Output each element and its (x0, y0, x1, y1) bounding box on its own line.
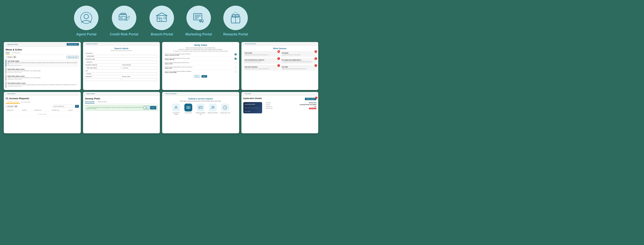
workq-item-fail-bureau[interactable]: 3 Fail Credit Bureau Variance Applicatio… (243, 58, 279, 64)
service-change-status-circle (221, 104, 229, 112)
portal-credit-risk[interactable]: Credit Risk Portal (110, 6, 138, 36)
province-group: PROVINCE * (86, 76, 121, 81)
province-input[interactable] (86, 78, 121, 81)
approval-btns: See Details Resend (143, 106, 156, 110)
verify-q3-checkbox[interactable] (235, 62, 236, 64)
workq-card-header: ← Personal Accounts (242, 42, 318, 46)
jeremy-tab-cardholders[interactable]: CARDHOLDERS (97, 101, 107, 104)
workq-item-title: Fail Multi (282, 52, 315, 54)
workq-item-fail-lbc[interactable]: 5 Fail LBC Indicator Applications that f… (243, 65, 279, 71)
business-address-label: BUSINESS ADDRESS (86, 64, 121, 66)
workq-item-title: Fail LBC Indicator (245, 66, 278, 68)
svg-point-27 (213, 106, 214, 107)
jeremy-tab-applications[interactable]: APPLICATIONS (85, 101, 95, 104)
approval-text: ✓ Your credit limit increase has been ap… (86, 106, 143, 109)
memo-items-list: Jane Smith replied The customer requeste… (6, 60, 79, 88)
verify-back-button[interactable]: Back (194, 75, 200, 78)
memo-filter-select[interactable]: All types (6, 56, 16, 58)
verify-q5-checkbox[interactable] (235, 71, 236, 73)
memo-tab-action[interactable]: ACTION LOG (12, 52, 20, 54)
postal-input[interactable] (122, 78, 157, 81)
service-replace-card[interactable]: Replace damaged card (196, 104, 206, 115)
service-change-status[interactable]: Change status code (220, 104, 230, 115)
verify-question-5: WHAT IS THE CARDHOLDER'S MOBILE NUMBER? … (165, 70, 236, 74)
business-address-input[interactable] (86, 66, 121, 69)
credit-risk-icon (118, 11, 131, 24)
see-details-button[interactable]: See Details (143, 106, 149, 110)
service-cash-advance[interactable]: Cash advance (183, 104, 194, 115)
workq-item-desc: Applications that fail on multiple flags (282, 54, 315, 56)
agent-icon (80, 11, 93, 24)
affiliate-input[interactable] (122, 66, 157, 69)
verify-question-4: WHAT IS THE CARDHOLDER'S LAST FOUR DIGIT… (165, 66, 236, 70)
verify-next-button[interactable]: Next (202, 75, 207, 78)
user-icon (174, 106, 178, 110)
portal-agent[interactable]: Agent Portal (74, 6, 98, 36)
cash-icon (186, 106, 190, 110)
account-id-input[interactable] (86, 55, 158, 58)
affiliate-label: AFFILIATE/LIMIT (122, 64, 157, 66)
cl-search-button[interactable]: 🔍 (75, 105, 79, 108)
cl-title: CL Increase Requests (6, 97, 79, 100)
jeremy-card-header: ← Search clients (83, 92, 160, 96)
jeremy-name: Jeremy Potts (85, 97, 158, 100)
card-bank-name: Laurentian Bank (245, 104, 260, 105)
verify-q2-checkbox[interactable] (235, 58, 236, 60)
make-action-button[interactable]: Make & Action 1 (305, 98, 316, 100)
business-address-group: BUSINESS ADDRESS (86, 64, 121, 69)
workq-item-fail-multi[interactable]: 12 Fail Multi Applications that fail on … (280, 51, 316, 57)
svg-point-15 (202, 20, 204, 22)
workq-item-title: Fail Credit (245, 52, 278, 54)
add-memo-button[interactable]: Add new memo (67, 43, 79, 46)
verify-q1-checkbox[interactable] (235, 54, 236, 55)
service-personal-info[interactable]: Personal info change (171, 104, 181, 115)
memo-item-detail: Request of credit limit increase to $20,… (8, 70, 78, 71)
verify-question-1: WHAT IS THE CARDHOLDER'S DATE OF BIRTH? … (165, 53, 236, 56)
list-item: Jane Smith replied The customer requeste… (6, 60, 79, 67)
appdetails-back-link[interactable]: ← Fail Credit (243, 93, 251, 94)
workq-item-pre-approved[interactable]: 8 Pre-Approved Applications Pre approve … (280, 58, 316, 64)
jeremy-potts-card: ← Search clients Jeremy Potts APPLICATIO… (83, 92, 160, 133)
resend-button[interactable]: Resend (150, 106, 156, 110)
workq-badge-fail-lbc: 5 (277, 64, 280, 67)
cl-back-link[interactable]: ← Work Queues (6, 93, 16, 94)
verify-q5-answer: Answer: 416-232-3561 (165, 72, 192, 73)
portal-branch[interactable]: Branch Portal (150, 6, 174, 36)
city-input[interactable] (86, 72, 158, 75)
memo-tab-memo[interactable]: MEMO (6, 52, 10, 54)
cl-tab-decision[interactable]: DECISION MADE (20, 101, 32, 104)
memo-back-link[interactable]: ← Application details (6, 44, 18, 45)
service-back-link[interactable]: ← Memo & Requests (164, 93, 177, 94)
business-name-input[interactable] (86, 61, 158, 64)
affiliate-group: AFFILIATE/LIMIT (122, 64, 157, 69)
svg-rect-8 (158, 17, 160, 19)
postal-group: POSTAL CODE * (122, 76, 157, 81)
cl-search-group: 🔍 (52, 105, 79, 108)
memo-item-meta: Robert Blair • Branch Portal (8, 86, 78, 87)
search-back-link[interactable]: ← Business accounts (85, 43, 98, 44)
portal-marketing[interactable]: Marketing Portal (185, 6, 212, 36)
workq-back-link[interactable]: ← Personal Accounts (243, 43, 256, 44)
memo-item-detail: The customer requested a credit limit in… (8, 62, 78, 64)
appdetails-header-row: Application Details Make & Action 1 (243, 97, 316, 100)
city-group: CITY (86, 70, 158, 75)
workq-item-desc: Pre approve applications from Branch Por… (282, 61, 315, 63)
appdetails-applicant-value: Jeremy Potts (309, 102, 316, 104)
memo-title: Memo & Action (6, 48, 79, 51)
workq-item-desc: Applications that fall within 600-650 cr… (245, 54, 278, 56)
cl-search-input[interactable] (52, 105, 75, 108)
portal-rewards[interactable]: Rewards Portal (223, 6, 248, 36)
jeremy-back-link[interactable]: ← Search clients (85, 93, 95, 94)
service-manage-cardholders[interactable]: Manage cardholders (208, 104, 218, 115)
verify-q4-checkbox[interactable] (235, 66, 236, 68)
cl-tab-awaiting[interactable]: AWAITING DECISION (6, 101, 20, 104)
mark-all-read-button[interactable]: Mark all as read (66, 56, 79, 58)
verify-buttons: Back Next (165, 75, 236, 78)
workq-item-fail-credit[interactable]: 69 Fail Credit Applications that fall wi… (243, 51, 279, 57)
cl-filter-select[interactable]: All sources (6, 105, 18, 108)
cl-increase-card: ← Work Queues CL Increase Requests AWAIT… (4, 92, 81, 133)
service-cash-advance-circle (184, 104, 192, 112)
business-name-label: BUSINESS NAME (86, 58, 158, 60)
workq-item-fail-aml[interactable]: 2 Fail AML Applications that fall under … (280, 65, 316, 71)
workq-badge-fail-credit: 69 (277, 50, 280, 53)
